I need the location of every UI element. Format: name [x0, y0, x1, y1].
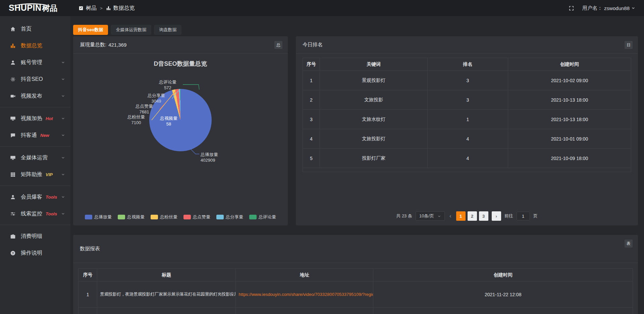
- report-index: 1: [78, 281, 97, 308]
- prev-page-button[interactable]: ‹: [448, 213, 453, 219]
- rank-row: 2文旅投影32021-10-13 18:00: [303, 90, 631, 110]
- goto-page-input[interactable]: [517, 212, 530, 220]
- rank-panel-title: 今日排名: [303, 42, 323, 48]
- rank-table: 序号关键词排名创建时间 1景观投影灯32021-10-02 09:002文旅投影…: [303, 58, 631, 172]
- legend-label: 总点赞量: [193, 214, 210, 220]
- rank-row: 4文旅投影灯42021-10-01 09:00: [303, 129, 631, 149]
- sidebar-item-label: 矩阵助推: [21, 171, 42, 178]
- tab-1[interactable]: 全媒体运营数据: [111, 25, 151, 35]
- legend-item-5[interactable]: 总评论量: [249, 214, 276, 220]
- sidebar-item-data-overview[interactable]: 数据总览: [0, 37, 70, 54]
- breadcrumb-page[interactable]: 数据总览: [113, 5, 135, 12]
- sidebar-item-badge: VIP: [46, 172, 53, 177]
- sidebar-item-media-ops[interactable]: 全媒体运营: [0, 149, 70, 166]
- sidebar-item-home[interactable]: 首页: [0, 20, 70, 37]
- sidebar-item-label: 抖客通: [21, 132, 37, 139]
- legend-item-3[interactable]: 总点赞量: [183, 214, 210, 220]
- sidebar-item-video-publish[interactable]: 视频发布: [0, 88, 70, 104]
- sidebar-item-account[interactable]: 账号管理: [0, 54, 70, 71]
- page-size-select[interactable]: 10条/页: [416, 211, 445, 221]
- app-logo: SHUPIN 树品: [0, 3, 70, 13]
- user-icon: [10, 194, 16, 200]
- report-column-header: 创建时间: [373, 269, 633, 281]
- chevron-down-icon: [61, 60, 65, 64]
- report-header-row: 序号标题地址创建时间: [78, 269, 633, 281]
- sidebar-item-help[interactable]: ?操作说明: [0, 245, 70, 261]
- sidebar-item-badge: Tools: [46, 211, 57, 216]
- goto-label: 前往: [504, 213, 513, 219]
- legend-item-0[interactable]: 总播放量: [85, 214, 112, 220]
- rank-row: 1景观投影灯32021-10-02 09:00: [303, 71, 631, 90]
- sidebar-item-video-heat[interactable]: 视频加热Hot: [0, 110, 70, 127]
- gear-icon: [10, 76, 16, 82]
- pie-label-plays: 总播放量 402909: [201, 152, 237, 163]
- sidebar: 首页数据总览账号管理抖音SEO视频发布视频加热Hot抖客通New全媒体运营矩阵助…: [0, 16, 70, 314]
- sliders-icon: [10, 211, 16, 217]
- page-buttons: 123: [456, 211, 488, 221]
- sidebar-item-label: 数据总览: [21, 42, 42, 49]
- sidebar-item-label: 线索监控: [21, 210, 42, 217]
- sidebar-item-doukotong[interactable]: 抖客通New: [0, 127, 70, 144]
- report-column-header: 标题: [97, 269, 236, 281]
- question-icon: ?: [10, 250, 16, 256]
- monitor-icon: [10, 155, 16, 161]
- breadcrumb-separator: >: [100, 6, 103, 11]
- divider: [0, 146, 70, 147]
- home-icon: [10, 26, 16, 32]
- report-corner-badge[interactable]: 表: [625, 240, 633, 248]
- rank-row: 3文旅水纹灯12021-10-13 18:00: [303, 110, 631, 129]
- bar-chart-icon: [10, 43, 16, 49]
- legend-label: 总分享量: [226, 214, 243, 220]
- sidebar-item-douyin-seo[interactable]: 抖音SEO: [0, 71, 70, 88]
- rank-corner-badge[interactable]: 日: [625, 41, 633, 49]
- username-label: 用户名：: [582, 5, 602, 11]
- user-icon: [10, 60, 16, 65]
- user-menu[interactable]: 用户名： zswodun88: [582, 5, 635, 11]
- legend-swatch: [118, 215, 125, 219]
- sidebar-item-label: 会员爆客: [21, 194, 42, 201]
- overview-panel: 展现量总数: 421,369 总 D音SEO数据量总览 总评论量 572: [73, 36, 288, 225]
- legend-swatch: [249, 215, 257, 219]
- page-button-3[interactable]: 3: [479, 211, 488, 221]
- breadcrumb: 树品 > 数据总览: [78, 5, 135, 12]
- sidebar-item-consume-detail[interactable]: 消费明细: [0, 228, 70, 245]
- report-panel: 数据报表 表 序号标题地址创建时间 1景观投影灯，夜游景观投影灯厂家展示展示落花…: [73, 235, 638, 314]
- pie-label-videos: 总视频量 58: [154, 115, 184, 127]
- grid-icon: [10, 172, 16, 177]
- chevron-down-icon: [61, 133, 65, 137]
- rank-panel: 今日排名 日 序号关键词排名创建时间 1景观投影灯32021-10-02 09:…: [296, 36, 638, 225]
- page-button-1[interactable]: 1: [456, 211, 466, 221]
- chat-icon: [10, 133, 16, 138]
- legend-item-1[interactable]: 总视频量: [118, 214, 145, 220]
- report-link[interactable]: https://www.iesdouyin.com/share/video/70…: [238, 292, 373, 297]
- next-page-button[interactable]: ›: [492, 211, 501, 221]
- overview-corner-badge[interactable]: 总: [274, 41, 282, 49]
- legend-swatch: [216, 215, 224, 219]
- tab-2[interactable]: 询盘数据: [154, 25, 181, 35]
- rank-column-header: 创建时间: [508, 58, 631, 71]
- legend-item-2[interactable]: 总粉丝量: [151, 214, 177, 220]
- rank-column-header: 序号: [303, 58, 320, 71]
- legend-label: 总评论量: [259, 214, 276, 220]
- chevron-down-icon: [61, 116, 65, 120]
- pie-label-likes: 总点赞量 7681: [129, 103, 159, 115]
- sidebar-item-label: 账号管理: [21, 59, 42, 66]
- report-column-header: 地址: [236, 269, 373, 281]
- legend-label: 总粉丝量: [160, 214, 177, 220]
- monitor-icon: [10, 116, 16, 121]
- topbar-right: 用户名： zswodun88: [569, 5, 644, 11]
- page-button-2[interactable]: 2: [468, 211, 477, 221]
- pagination: 共 23 条 10条/页 ‹ 123 › 前往 页: [296, 211, 638, 221]
- divider: [0, 225, 70, 225]
- tab-0[interactable]: 抖音seo数据: [73, 25, 108, 35]
- sidebar-item-clue-monitor[interactable]: 线索监控Tools: [0, 205, 70, 222]
- sidebar-item-matrix-boost[interactable]: 矩阵助推VIP: [0, 166, 70, 183]
- sidebar-item-member[interactable]: 会员爆客Tools: [0, 189, 70, 205]
- rank-row: 5投影灯厂家42021-10-09 18:00: [303, 149, 631, 168]
- legend-item-4[interactable]: 总分享量: [216, 214, 243, 220]
- rank-column-header: 关键词: [320, 58, 427, 71]
- fullscreen-icon[interactable]: [569, 5, 574, 11]
- breadcrumb-app[interactable]: 树品: [86, 5, 97, 12]
- pie-label-shares: 总分享量 3049: [141, 93, 171, 104]
- legend-swatch: [183, 215, 191, 219]
